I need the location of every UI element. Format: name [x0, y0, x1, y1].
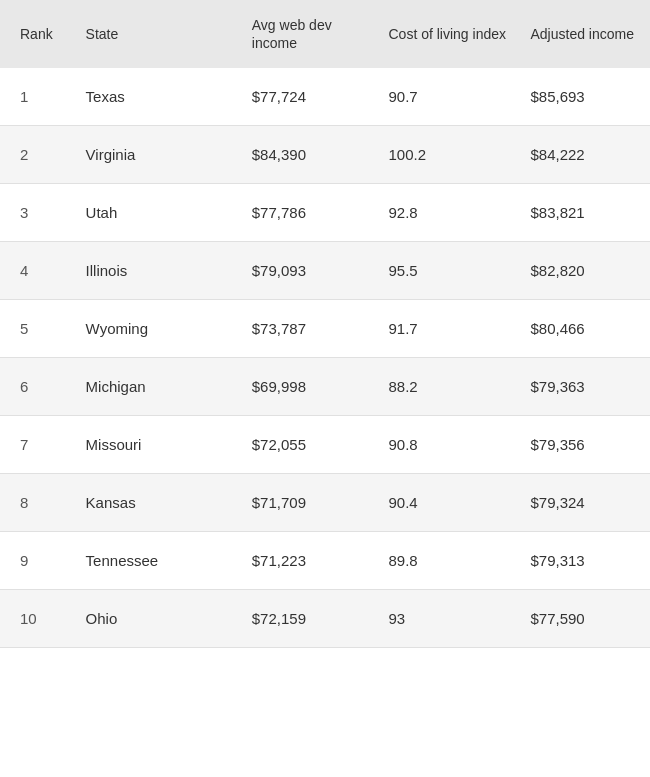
table-row: 4Illinois$79,09395.5$82,820 [0, 242, 650, 300]
cell-state: Illinois [74, 242, 240, 300]
cell-avg-income: $71,709 [240, 474, 377, 532]
cell-cost-index: 92.8 [377, 184, 519, 242]
header-state: State [74, 0, 240, 68]
table-row: 5Wyoming$73,78791.7$80,466 [0, 300, 650, 358]
cell-cost-index: 90.7 [377, 68, 519, 126]
cell-rank: 5 [0, 300, 74, 358]
table-row: 7Missouri$72,05590.8$79,356 [0, 416, 650, 474]
cell-state: Kansas [74, 474, 240, 532]
table-header-row: Rank State Avg web dev income Cost of li… [0, 0, 650, 68]
table-row: 9Tennessee$71,22389.8$79,313 [0, 532, 650, 590]
rankings-table: Rank State Avg web dev income Cost of li… [0, 0, 650, 648]
cell-rank: 9 [0, 532, 74, 590]
cell-avg-income: $84,390 [240, 126, 377, 184]
cell-cost-index: 93 [377, 590, 519, 648]
cell-cost-index: 88.2 [377, 358, 519, 416]
cell-rank: 7 [0, 416, 74, 474]
cell-rank: 8 [0, 474, 74, 532]
cell-state: Missouri [74, 416, 240, 474]
header-cost-index: Cost of living index [377, 0, 519, 68]
cell-cost-index: 91.7 [377, 300, 519, 358]
cell-rank: 2 [0, 126, 74, 184]
header-rank: Rank [0, 0, 74, 68]
cell-cost-index: 90.4 [377, 474, 519, 532]
cell-adj-income: $82,820 [518, 242, 650, 300]
cell-adj-income: $80,466 [518, 300, 650, 358]
cell-adj-income: $79,363 [518, 358, 650, 416]
cell-rank: 6 [0, 358, 74, 416]
cell-adj-income: $84,222 [518, 126, 650, 184]
table-row: 3Utah$77,78692.8$83,821 [0, 184, 650, 242]
cell-avg-income: $77,724 [240, 68, 377, 126]
table-row: 8Kansas$71,70990.4$79,324 [0, 474, 650, 532]
cell-state: Wyoming [74, 300, 240, 358]
cell-rank: 3 [0, 184, 74, 242]
cell-state: Virginia [74, 126, 240, 184]
cell-cost-index: 90.8 [377, 416, 519, 474]
cell-state: Michigan [74, 358, 240, 416]
table-row: 2Virginia$84,390100.2$84,222 [0, 126, 650, 184]
header-adj-income: Adjusted income [518, 0, 650, 68]
cell-avg-income: $71,223 [240, 532, 377, 590]
cell-avg-income: $79,093 [240, 242, 377, 300]
cell-cost-index: 95.5 [377, 242, 519, 300]
cell-state: Tennessee [74, 532, 240, 590]
cell-adj-income: $77,590 [518, 590, 650, 648]
cell-cost-index: 89.8 [377, 532, 519, 590]
cell-cost-index: 100.2 [377, 126, 519, 184]
cell-avg-income: $73,787 [240, 300, 377, 358]
cell-state: Ohio [74, 590, 240, 648]
cell-adj-income: $79,356 [518, 416, 650, 474]
cell-state: Texas [74, 68, 240, 126]
cell-avg-income: $72,159 [240, 590, 377, 648]
cell-state: Utah [74, 184, 240, 242]
cell-adj-income: $79,324 [518, 474, 650, 532]
cell-avg-income: $69,998 [240, 358, 377, 416]
cell-adj-income: $83,821 [518, 184, 650, 242]
table-row: 1Texas$77,72490.7$85,693 [0, 68, 650, 126]
cell-avg-income: $72,055 [240, 416, 377, 474]
cell-rank: 1 [0, 68, 74, 126]
cell-avg-income: $77,786 [240, 184, 377, 242]
cell-adj-income: $85,693 [518, 68, 650, 126]
table-row: 6Michigan$69,99888.2$79,363 [0, 358, 650, 416]
header-avg-income: Avg web dev income [240, 0, 377, 68]
cell-adj-income: $79,313 [518, 532, 650, 590]
cell-rank: 4 [0, 242, 74, 300]
cell-rank: 10 [0, 590, 74, 648]
table-row: 10Ohio$72,15993$77,590 [0, 590, 650, 648]
